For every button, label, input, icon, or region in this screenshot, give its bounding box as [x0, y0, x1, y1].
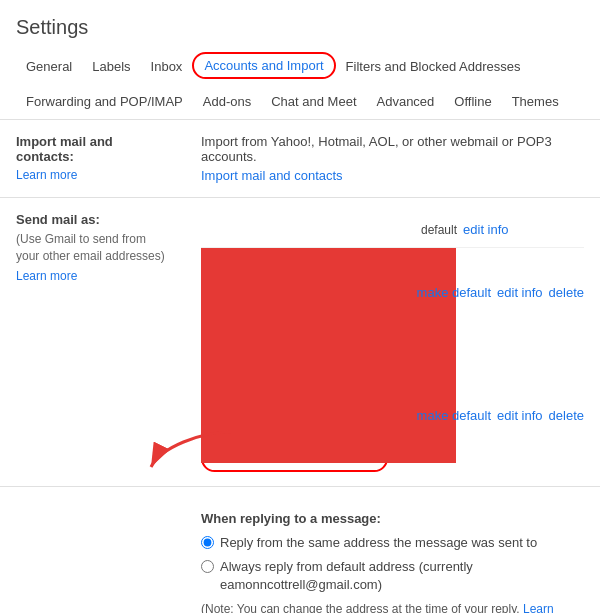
tab-forwarding[interactable]: Forwarding and POP/IMAP [16, 86, 193, 120]
edit-info-link-3[interactable]: edit info [497, 408, 543, 423]
make-default-link-2[interactable]: make default [417, 285, 491, 300]
import-description: Import from Yahoo!, Hotmail, AOL, or oth… [201, 134, 584, 164]
nav-row-1: General Labels Inbox Accounts and Import… [16, 51, 584, 84]
radio-label-same-address: Reply from the same address the message … [220, 534, 537, 552]
reply-label-cell [0, 487, 185, 614]
tab-general[interactable]: General [16, 51, 82, 85]
tab-offline[interactable]: Offline [444, 86, 501, 120]
tab-filters[interactable]: Filters and Blocked Addresses [336, 51, 531, 85]
import-content-cell: Import from Yahoo!, Hotmail, AOL, or oth… [185, 120, 600, 198]
content-area: Import mail and contacts: Learn more Imp… [0, 120, 600, 613]
send-mail-wrapper: default edit info make default edit [201, 212, 584, 472]
radio-label-default-address: Always reply from default address (curre… [220, 558, 584, 594]
radio-default-address[interactable] [201, 560, 214, 573]
reply-row: When replying to a message: Reply from t… [0, 487, 600, 614]
import-contacts-link[interactable]: Import mail and contacts [201, 168, 343, 183]
tab-add-ons[interactable]: Add-ons [193, 86, 261, 120]
reply-content-cell: When replying to a message: Reply from t… [185, 487, 600, 614]
nav-row-2: Forwarding and POP/IMAP Add-ons Chat and… [16, 86, 584, 119]
page-title: Settings [16, 16, 584, 39]
send-mail-content-cell: default edit info make default edit [185, 198, 600, 487]
actions-col-2: make default edit info delete [417, 285, 584, 300]
default-badge-1: default [421, 223, 457, 237]
tab-inbox[interactable]: Inbox [141, 51, 193, 85]
import-label: Import mail and contacts: [16, 134, 169, 164]
import-row: Import mail and contacts: Learn more Imp… [0, 120, 600, 198]
actions-col-1: default edit info [421, 222, 509, 237]
reply-note: (Note: You can change the address at the… [201, 601, 584, 613]
tab-labels[interactable]: Labels [82, 51, 140, 85]
send-mail-label: Send mail as: [16, 212, 169, 227]
edit-info-link-2[interactable]: edit info [497, 285, 543, 300]
make-default-link-3[interactable]: make default [417, 408, 491, 423]
tab-chat-meet[interactable]: Chat and Meet [261, 86, 366, 120]
send-mail-actions-row3: make default edit info delete [201, 408, 584, 431]
settings-header: Settings General Labels Inbox Accounts a… [0, 0, 600, 120]
delete-link-3[interactable]: delete [549, 408, 584, 423]
import-learn-more[interactable]: Learn more [16, 168, 169, 182]
radio-option-2: Always reply from default address (curre… [201, 558, 584, 594]
tab-advanced[interactable]: Advanced [367, 86, 445, 120]
reply-section: When replying to a message: Reply from t… [201, 501, 584, 613]
send-mail-actions-row2: make default edit info delete [201, 285, 584, 308]
radio-same-address[interactable] [201, 536, 214, 549]
send-mail-learn-more[interactable]: Learn more [16, 269, 169, 283]
tab-themes[interactable]: Themes [502, 86, 569, 120]
send-mail-label-cell: Send mail as: (Use Gmail to send from yo… [0, 198, 185, 487]
settings-table: Import mail and contacts: Learn more Imp… [0, 120, 600, 613]
reply-title: When replying to a message: [201, 511, 584, 526]
delete-link-2[interactable]: delete [549, 285, 584, 300]
send-mail-overlay-container: default edit info make default edit [201, 212, 584, 431]
send-mail-row: Send mail as: (Use Gmail to send from yo… [0, 198, 600, 487]
send-mail-sub-label: (Use Gmail to send from your other email… [16, 231, 169, 265]
radio-option-1: Reply from the same address the message … [201, 534, 584, 552]
note-text-start: (Note: You can change the address at the… [201, 602, 520, 613]
import-label-cell: Import mail and contacts: Learn more [0, 120, 185, 198]
tab-accounts-import[interactable]: Accounts and Import [192, 52, 335, 79]
page-container: Settings General Labels Inbox Accounts a… [0, 0, 600, 613]
edit-info-link-1[interactable]: edit info [463, 222, 509, 237]
actions-col-3: make default edit info delete [417, 408, 584, 423]
send-mail-item-1: default edit info [201, 212, 584, 248]
